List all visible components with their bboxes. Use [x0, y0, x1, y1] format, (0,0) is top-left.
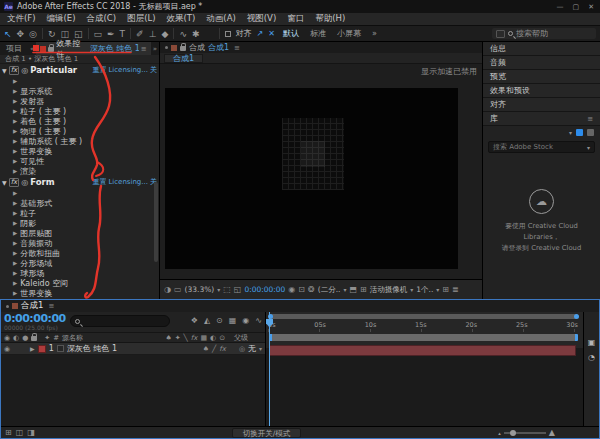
effect-header-form[interactable]: ▼ fx ◎ Form 重置 Licensing... 关 — [0, 176, 159, 188]
panel-audio[interactable]: 音频 — [483, 56, 600, 70]
source-name-column[interactable]: 源名称 — [62, 333, 83, 343]
tab-scroll-left-icon[interactable]: « — [28, 45, 36, 53]
property-group-row[interactable]: ▶显示系统 — [0, 86, 159, 96]
snap-icon[interactable]: ↗ — [257, 29, 264, 38]
parent-column[interactable]: 父级 — [234, 333, 248, 343]
twirl-open-icon[interactable]: ▼ — [2, 67, 7, 74]
licensing-link[interactable]: Licensing... — [108, 66, 148, 74]
layer-fx-icon[interactable]: fx — [219, 345, 226, 353]
composition-flowchart-icon[interactable]: ❖ — [191, 316, 198, 325]
view-layout-dropdown[interactable]: 1个.. — [416, 285, 433, 295]
panel-menu-icon[interactable]: ≡ — [234, 44, 240, 52]
property-group-row[interactable]: ▶基础形式 — [0, 198, 159, 208]
property-group-row[interactable]: ▶发射器 — [0, 96, 159, 106]
channels-icon[interactable]: ❂ — [308, 285, 315, 294]
timeline-button-icon[interactable]: ≣ — [452, 285, 459, 294]
magnification-icon[interactable]: ▭ — [174, 285, 182, 294]
menu-view[interactable]: 视图(V) — [247, 13, 276, 25]
clone-stamp-tool-icon[interactable]: ⊥ — [149, 27, 157, 41]
composition-crumb-tab[interactable]: 合成1 — [164, 54, 203, 63]
zoom-slider-knob[interactable] — [510, 430, 516, 436]
reset-link[interactable]: 重置 — [92, 177, 106, 187]
twirl-icon[interactable]: ▶ — [13, 118, 17, 124]
property-group-row[interactable]: ▶渲染 — [0, 166, 159, 176]
twirl-icon[interactable]: ▶ — [13, 260, 17, 266]
maximize-button[interactable]: ▢ — [573, 3, 580, 11]
menu-edit[interactable]: 编辑(E) — [47, 13, 76, 25]
comp-button-icon[interactable]: ▣ — [588, 338, 596, 347]
twirl-icon[interactable]: ▶ — [13, 270, 17, 276]
menu-animation[interactable]: 动画(A) — [206, 13, 235, 25]
parent-pickwhip-icon[interactable]: ◎ — [239, 345, 245, 353]
comp-timecode[interactable]: 0:00:00:00 — [244, 285, 285, 294]
twirl-icon[interactable]: ▶ — [13, 138, 17, 144]
playhead[interactable] — [269, 312, 270, 426]
twirl-icon[interactable]: ▶ — [13, 88, 17, 94]
align-checkbox[interactable] — [225, 31, 231, 37]
minimize-button[interactable]: — — [557, 3, 564, 11]
panel-menu-icon[interactable]: ≡ — [141, 45, 147, 53]
layer-mode-icon[interactable]: ╱ — [212, 345, 216, 353]
twirl-icon[interactable]: ▶ — [13, 200, 17, 206]
roto-brush-tool-icon[interactable]: ∿ — [179, 27, 187, 41]
expand-in-out-icon[interactable]: ◨ — [27, 428, 35, 437]
composition-viewport[interactable]: 显示加速已禁用 — [160, 64, 482, 279]
property-group-row[interactable]: ▶图层贴图 — [0, 228, 159, 238]
fx-badge-icon[interactable]: fx — [9, 178, 20, 187]
layer-twirl-icon[interactable]: ▶ — [30, 345, 35, 352]
zoom-level-dropdown[interactable]: (33.3%) — [185, 285, 215, 294]
property-group-row[interactable]: ▶世界变换 — [0, 146, 159, 156]
show-snapshot-icon[interactable]: ⊡ — [298, 285, 305, 294]
motion-blur-icon[interactable]: ◉ — [242, 316, 249, 325]
camera-view-dropdown[interactable]: 活动摄像机 — [370, 285, 408, 295]
tab-effect-controls[interactable]: 效果控件 深灰色 纯色 1 ≡ — [36, 42, 150, 55]
tab-project[interactable]: 项目 — [0, 43, 28, 54]
property-group-row[interactable]: ▶ — [0, 188, 159, 198]
menu-layer[interactable]: 图层(L) — [127, 13, 155, 25]
transparency-grid-icon[interactable]: ◱ — [234, 285, 242, 294]
property-group-row[interactable]: ▶世界变换 — [0, 288, 159, 298]
property-group-row[interactable]: ▶音频振动 — [0, 238, 159, 248]
property-group-row[interactable]: ▶物理 ( 主要 ) — [0, 126, 159, 136]
chevron-down-icon[interactable]: ▾ — [569, 129, 572, 136]
property-group-row[interactable]: ▶分形场域 — [0, 258, 159, 268]
twirl-icon[interactable]: ▶ — [13, 148, 17, 154]
panel-effects-presets[interactable]: 效果和预设 — [483, 84, 600, 98]
expand-transfer-controls-icon[interactable]: ◫ — [16, 428, 24, 437]
composition-panel-label[interactable]: 合成 — [189, 42, 205, 53]
panel-align[interactable]: 对齐 — [483, 98, 600, 112]
twirl-icon[interactable]: ▶ — [13, 220, 17, 226]
draft-3d-icon[interactable]: ◭ — [204, 316, 210, 325]
hand-tool-icon[interactable]: ✥ — [17, 27, 25, 41]
property-group-row[interactable]: ▶ — [0, 76, 159, 86]
property-group-row[interactable]: ▶粒子 ( 主要 ) — [0, 106, 159, 116]
adobe-stock-search-field[interactable]: 搜索 Adobe Stock ▾ — [488, 141, 595, 153]
zoom-tool-icon[interactable]: ◎ — [29, 27, 37, 41]
workspace-overflow-chevron[interactable]: » — [369, 29, 380, 38]
property-group-row[interactable]: ▶辅助系统 ( 主要 ) — [0, 136, 159, 146]
property-group-row[interactable]: ▶可见性 — [0, 156, 159, 166]
grid-view-icon[interactable] — [576, 129, 583, 136]
work-area-bar[interactable] — [269, 334, 578, 341]
effect-header-particular[interactable]: ▼ fx ◎ Particular 重置 Licensing... 关 — [0, 64, 159, 76]
brush-tool-icon[interactable]: ✐ — [136, 27, 144, 41]
graph-editor-icon[interactable]: ∿ — [255, 316, 262, 325]
snapshot-icon[interactable]: ◉ — [288, 285, 295, 294]
composition-tab-name[interactable]: 合成1 — [208, 42, 229, 53]
close-button[interactable]: ✕ — [588, 3, 594, 11]
zoom-in-frames-icon[interactable]: ▲ — [549, 428, 555, 437]
selection-tool-icon[interactable]: ↖ — [4, 27, 12, 41]
twirl-icon[interactable]: ▶ — [13, 108, 17, 114]
property-group-row[interactable]: ▶球形场 — [0, 268, 159, 278]
menu-effect[interactable]: 效果(T) — [167, 13, 196, 25]
roi-icon[interactable]: ⬚ — [223, 285, 231, 294]
panel-menu-icon[interactable]: ≡ — [587, 115, 593, 123]
layer-name-checkbox[interactable] — [57, 345, 64, 352]
workspace-default[interactable]: 默认 — [280, 28, 302, 39]
layer-name[interactable]: 深灰色 纯色 1 — [67, 343, 117, 354]
snap-mode-icon[interactable]: ✕ — [268, 29, 275, 38]
menu-window[interactable]: 窗口 — [287, 13, 304, 25]
help-search-field[interactable]: 搜索帮助 — [492, 28, 596, 39]
twirl-icon[interactable]: ▶ — [13, 98, 17, 104]
menu-help[interactable]: 帮助(H) — [315, 13, 345, 25]
